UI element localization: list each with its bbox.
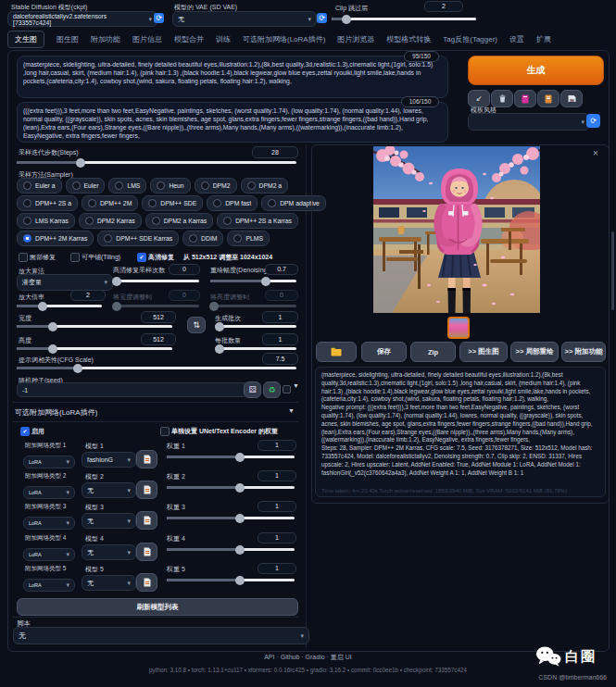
send-to-img2img-button[interactable]: >> 图生图 (459, 342, 508, 362)
model-dropdown[interactable]: dalceforealistictallyv2.safetensors [733… (7, 11, 157, 27)
lora3-model-dropdown[interactable]: 无▾ (82, 513, 136, 529)
positive-prompt-input[interactable]: (masterpiece, sidelighting, ultra-detail… (17, 56, 448, 98)
upscale-by-slider[interactable] (17, 305, 102, 307)
sampler-option[interactable]: DPM2 a (241, 178, 289, 194)
lora3-type-dropdown[interactable]: LoRA▾ (23, 517, 75, 530)
denoising-value[interactable]: 0.7 (265, 264, 298, 275)
generated-image[interactable] (373, 146, 540, 313)
tab-extras[interactable]: 附加功能 (91, 34, 120, 44)
save-style-button[interactable] (560, 90, 583, 107)
lora4-type-dropdown[interactable]: LoRA▾ (23, 548, 75, 561)
footer-link-gradio[interactable]: Gradio (306, 654, 325, 660)
restore-faces-checkbox[interactable] (19, 253, 28, 262)
scrollbar[interactable] (611, 231, 614, 310)
lora3-weight-value[interactable]: 1 (258, 501, 296, 512)
close-image-button[interactable]: × (593, 148, 598, 158)
sampler-option[interactable]: DPM2 a Karras (145, 213, 213, 229)
style-dropdown[interactable]: ▾ (468, 113, 590, 131)
sampler-option[interactable]: DPM++ 2S a (17, 195, 78, 211)
height-value[interactable]: 512 (141, 333, 176, 345)
lora-enable-checkbox[interactable]: ✔ (20, 427, 30, 436)
vae-dropdown[interactable]: 无 ▾ (172, 11, 317, 27)
hires-steps-slider[interactable] (113, 280, 199, 282)
cfg-scale-value[interactable]: 7.5 (262, 353, 298, 365)
lora1-type-dropdown[interactable]: LoRA▾ (23, 456, 75, 468)
batch-size-slider[interactable] (215, 347, 296, 350)
reuse-seed-button[interactable]: ♻ (263, 381, 281, 398)
lora1-weight-slider[interactable] (167, 456, 295, 458)
lora1-metadata-button[interactable] (136, 450, 157, 468)
lora2-weight-slider[interactable] (167, 486, 295, 489)
sampler-option[interactable]: Heun (150, 178, 190, 194)
lora4-model-dropdown[interactable]: 无▾ (82, 544, 136, 560)
footer-link-reload-ui[interactable]: 重启 UI (331, 654, 352, 660)
lora1-weight-value[interactable]: 1 (258, 440, 296, 451)
sampler-option[interactable]: DDIM (182, 231, 223, 246)
save-image-button[interactable]: 保存 (361, 342, 407, 362)
lora2-metadata-button[interactable] (136, 481, 157, 499)
steps-value[interactable]: 28 (252, 146, 298, 158)
tab-txt2img[interactable]: 文生图 (7, 31, 44, 48)
swap-dimensions-button[interactable]: ⇅ (187, 317, 206, 333)
upscaler-dropdown[interactable]: 潜变量 ▾ (17, 274, 113, 291)
sampler-option[interactable]: DPM++ SDE Karras (97, 231, 179, 246)
negative-prompt-input[interactable]: (((extra feet))),3 feet,more than two fe… (17, 102, 448, 143)
resize-width-slider[interactable] (113, 305, 199, 307)
lora5-metadata-button[interactable] (136, 573, 157, 592)
resize-height-value[interactable]: 0 (265, 290, 298, 301)
sampler-option[interactable]: DPM++ 2S a Karras (217, 213, 298, 229)
tab-settings[interactable]: 设置 (509, 34, 524, 44)
cfg-scale-slider[interactable] (17, 367, 296, 369)
lora-separate-weights-checkbox[interactable] (160, 427, 170, 436)
tab-model-converter[interactable]: 模型格式转换 (386, 34, 431, 44)
sampler-option[interactable]: DPM++ SDE (142, 195, 203, 211)
footer-link-github[interactable]: Github (281, 654, 300, 660)
generate-button[interactable]: 生成 (468, 56, 604, 85)
apply-style-button[interactable] (537, 90, 559, 107)
lora-accordion-header[interactable]: 可选附加网络(LoRA插件) ▼ (13, 405, 298, 419)
tab-image-browser[interactable]: 图片浏览器 (337, 34, 374, 44)
tab-tagger[interactable]: Tag反推(Tagger) (443, 34, 497, 44)
send-to-inpaint-button[interactable]: >> 局部重绘 (510, 342, 559, 362)
denoising-slider[interactable] (210, 280, 296, 282)
zip-button[interactable]: Zip (410, 342, 456, 362)
footer-link-api[interactable]: API (264, 654, 274, 660)
clip-skip-slider[interactable] (332, 18, 476, 20)
style-refresh-button[interactable]: ⟳ (586, 114, 600, 128)
sampler-option[interactable]: LMS (108, 178, 146, 194)
width-value[interactable]: 512 (141, 311, 176, 323)
sampler-option[interactable]: LMS Karras (17, 213, 75, 229)
batch-count-value[interactable]: 1 (262, 311, 298, 323)
sampler-option[interactable]: DPM2 (195, 178, 237, 194)
tab-checkpoint-merger[interactable]: 模型合并 (174, 34, 204, 44)
sampler-option[interactable]: Euler (66, 178, 106, 194)
send-to-extras-button[interactable]: >> 附加功能 (561, 342, 606, 362)
refresh-models-button[interactable]: 刷新模型列表 (17, 598, 298, 616)
lora4-metadata-button[interactable] (136, 543, 157, 561)
lora4-weight-value[interactable]: 1 (258, 532, 296, 543)
sampler-option[interactable]: DPM fast (207, 195, 258, 211)
extra-networks-button[interactable] (514, 90, 536, 107)
gallery-thumbnail[interactable] (447, 317, 470, 339)
script-dropdown[interactable]: 无 ▾ (13, 627, 309, 644)
open-folder-button[interactable] (316, 342, 357, 362)
seed-extra-caret-icon[interactable]: ▼ (293, 382, 299, 389)
sampler-option[interactable]: DPM++ 2M (82, 195, 138, 211)
lora1-model-dropdown[interactable]: fashionG▾ (82, 452, 136, 468)
height-slider[interactable] (17, 347, 172, 350)
sampler-option-selected[interactable]: DPM++ 2M Karras (17, 231, 94, 246)
model-refresh-button[interactable]: ⟳ (154, 13, 164, 23)
lora5-model-dropdown[interactable]: 无▾ (82, 575, 136, 591)
lora2-model-dropdown[interactable]: 无▾ (82, 482, 136, 498)
tab-additional-networks[interactable]: 可选附加网络(LoRA插件) (243, 34, 325, 44)
sampler-option[interactable]: PLMS (227, 231, 270, 246)
tab-extensions[interactable]: 扩展 (536, 34, 551, 44)
resize-width-value[interactable]: 0 (169, 290, 200, 301)
batch-size-value[interactable]: 1 (262, 333, 298, 345)
vae-refresh-button[interactable]: ⟳ (317, 13, 327, 23)
hires-fix-checkbox[interactable]: ✔ (137, 253, 146, 262)
lora5-weight-value[interactable]: 1 (258, 563, 296, 574)
batch-count-slider[interactable] (215, 325, 296, 328)
tab-train[interactable]: 训练 (216, 34, 231, 44)
sampler-option[interactable]: Euler a (17, 178, 62, 194)
